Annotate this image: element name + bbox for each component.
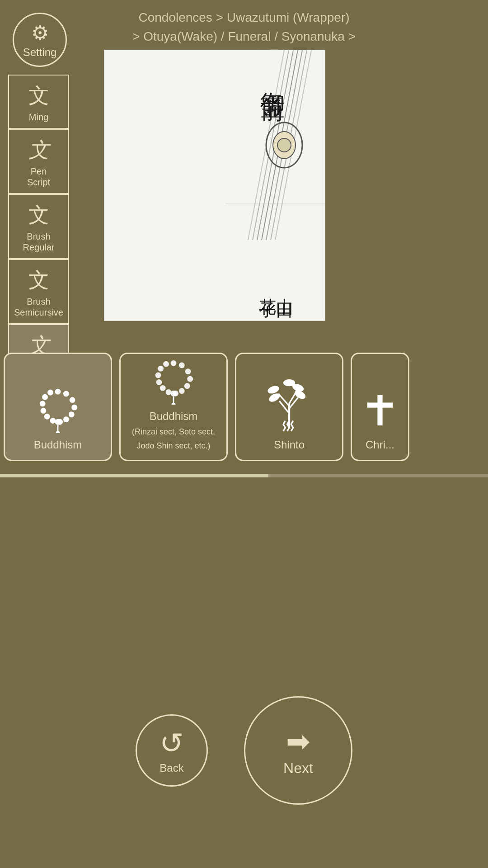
svg-point-50 bbox=[267, 384, 280, 395]
setting-label: Setting bbox=[23, 46, 57, 59]
svg-point-27 bbox=[171, 360, 177, 366]
back-arrow-icon: ↺ bbox=[160, 726, 184, 760]
font-panel: 文 Ming 文 PenScript 文 BrushRegular 文 Brus… bbox=[8, 75, 69, 389]
font-brush-semicursive-label: BrushSemicursive bbox=[14, 296, 63, 318]
setting-button[interactable]: ⚙ Setting bbox=[13, 13, 67, 67]
category-buddhism-sects[interactable]: Buddhism(Rinzai sect, Soto sect,Jodo Shi… bbox=[119, 353, 228, 461]
svg-point-24 bbox=[55, 419, 61, 425]
next-arrow-icon: ➡ bbox=[286, 725, 310, 758]
svg-rect-53 bbox=[377, 395, 382, 425]
svg-point-12 bbox=[63, 391, 69, 396]
svg-point-32 bbox=[179, 388, 185, 394]
svg-point-26 bbox=[56, 431, 60, 433]
svg-point-16 bbox=[63, 416, 69, 422]
svg-point-39 bbox=[163, 361, 169, 367]
font-pen-script-kanji: 文 bbox=[28, 136, 49, 164]
font-ming-kanji: 文 bbox=[28, 82, 49, 110]
font-pen-script[interactable]: 文 PenScript bbox=[8, 129, 69, 194]
svg-point-28 bbox=[179, 363, 185, 368]
envelope-inner: 御霊前 山田花子 bbox=[104, 50, 325, 321]
next-button[interactable]: ➡ Next bbox=[244, 696, 352, 805]
font-brush-semicursive[interactable]: 文 BrushSemicursive bbox=[8, 259, 69, 324]
buddhism-general-icon bbox=[33, 383, 83, 433]
font-brush-regular-label: BrushRegular bbox=[23, 231, 54, 253]
scroll-indicator bbox=[0, 474, 488, 477]
buddhism-sects-icon bbox=[149, 355, 198, 405]
category-shinto-label: Shinto bbox=[274, 438, 305, 452]
category-buddhism-general-label: Buddhism bbox=[34, 438, 82, 452]
christian-icon bbox=[364, 392, 396, 433]
category-shinto[interactable]: Shinto bbox=[235, 353, 343, 461]
svg-point-52 bbox=[283, 379, 295, 386]
back-button[interactable]: ↺ Back bbox=[136, 714, 208, 787]
svg-line-44 bbox=[279, 401, 289, 413]
back-label: Back bbox=[160, 762, 183, 774]
category-buddhism-sects-label: Buddhism(Rinzai sect, Soto sect,Jodo Shi… bbox=[132, 409, 215, 452]
font-ming[interactable]: 文 Ming bbox=[8, 75, 69, 129]
svg-point-15 bbox=[69, 411, 75, 417]
svg-point-11 bbox=[55, 389, 61, 395]
svg-point-21 bbox=[40, 401, 46, 406]
shinto-icon bbox=[264, 379, 314, 433]
svg-point-31 bbox=[184, 383, 190, 389]
font-pen-script-label: PenScript bbox=[27, 166, 50, 188]
bottom-nav: ↺ Back ➡ Next bbox=[0, 696, 488, 805]
next-label: Next bbox=[283, 760, 313, 777]
svg-point-30 bbox=[187, 376, 193, 382]
svg-point-9 bbox=[277, 138, 291, 152]
svg-point-20 bbox=[41, 408, 47, 414]
svg-line-45 bbox=[289, 397, 298, 408]
svg-point-37 bbox=[155, 373, 161, 378]
envelope-preview: 御霊前 山田花子 bbox=[104, 50, 325, 321]
scroll-thumb bbox=[0, 474, 268, 477]
gear-icon: ⚙ bbox=[31, 21, 49, 44]
svg-line-46 bbox=[278, 394, 289, 406]
envelope-name: 山田花子 bbox=[259, 284, 293, 293]
svg-rect-54 bbox=[367, 402, 393, 407]
category-christian-label: Chri... bbox=[366, 438, 394, 452]
font-brush-semicursive-kanji: 文 bbox=[28, 266, 49, 294]
font-brush-regular[interactable]: 文 BrushRegular bbox=[8, 194, 69, 259]
svg-point-40 bbox=[171, 391, 177, 396]
font-brush-regular-kanji: 文 bbox=[28, 201, 49, 229]
svg-point-35 bbox=[160, 385, 166, 391]
envelope-title: 御霊前 bbox=[256, 73, 289, 81]
svg-point-38 bbox=[158, 366, 164, 372]
svg-point-22 bbox=[42, 394, 48, 400]
svg-point-42 bbox=[171, 403, 175, 405]
svg-point-18 bbox=[50, 418, 56, 424]
category-buddhism-general[interactable]: Buddhism bbox=[4, 353, 112, 461]
svg-point-23 bbox=[47, 390, 53, 396]
svg-point-13 bbox=[70, 397, 75, 403]
svg-point-34 bbox=[166, 390, 172, 396]
category-christian[interactable]: Chri... bbox=[351, 353, 409, 461]
category-row: Buddhism Buddhism( bbox=[0, 348, 488, 466]
svg-point-36 bbox=[156, 380, 162, 386]
svg-point-14 bbox=[71, 405, 77, 410]
font-ming-label: Ming bbox=[29, 112, 48, 123]
svg-point-29 bbox=[185, 369, 191, 375]
svg-point-19 bbox=[44, 414, 50, 420]
